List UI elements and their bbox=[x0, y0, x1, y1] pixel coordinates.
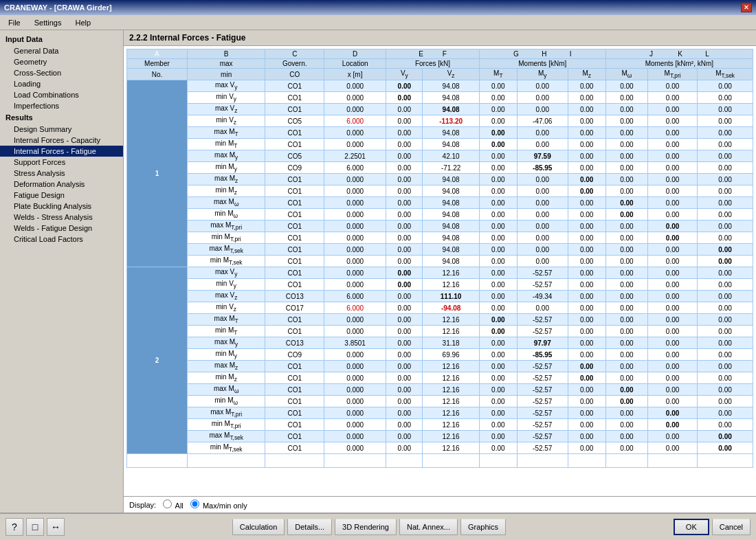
table-row: max My CO13 3.8501 0.00 31.18 0.00 97.97… bbox=[127, 337, 753, 349]
sidebar-item-design-summary[interactable]: Design Summary bbox=[0, 124, 123, 135]
th-moments-knm2: Moments [kNm², kNm] bbox=[605, 59, 753, 69]
table-row: min MT CO1 0.000 0.00 94.08 0.00 0.00 0.… bbox=[127, 139, 753, 150]
bottom-left-icons: ? □ ↔ bbox=[5, 518, 65, 536]
table-row: 1 max Vy CO1 0.000 0.00 94.08 0.00 0.00 … bbox=[127, 80, 753, 92]
table-row: max MT CO1 0.000 0.00 12.16 0.00 -52.57 … bbox=[127, 314, 753, 326]
col-header-c: C bbox=[265, 49, 324, 59]
table-container[interactable]: A B C D E F G H I J K L Member max bbox=[124, 46, 756, 496]
sidebar-item-support-forces[interactable]: Support Forces bbox=[0, 157, 123, 168]
menu-settings[interactable]: Settings bbox=[29, 17, 67, 28]
col-header-ghi: G H I bbox=[479, 49, 605, 59]
ok-button[interactable]: OK bbox=[674, 519, 709, 535]
display-maxmin-text: Max/min only bbox=[203, 502, 247, 510]
sidebar-item-internal-forces-capacity[interactable]: Internal Forces - Capacity bbox=[0, 135, 123, 146]
calculation-button[interactable]: Calculation bbox=[232, 519, 285, 535]
content-title: 2.2.2 Internal Forces - Fatigue bbox=[124, 30, 756, 46]
table-row: min Vy CO1 0.000 0.00 12.16 0.00 -52.57 … bbox=[127, 279, 753, 291]
sidebar-item-load-combinations[interactable]: Load Combinations bbox=[0, 89, 123, 100]
table-row: max Vz CO1 0.000 0.00 94.08 0.00 0.00 0.… bbox=[127, 104, 753, 115]
sidebar-item-fatigue-design[interactable]: Fatigue Design bbox=[0, 190, 123, 201]
th-mtsek: MT,sek bbox=[698, 69, 753, 80]
th-max: max bbox=[187, 59, 265, 69]
table-row: max Mz CO1 0.000 0.00 94.08 0.00 0.00 0.… bbox=[127, 174, 753, 185]
menu-bar: File Settings Help bbox=[0, 15, 756, 30]
col-header-a: A bbox=[127, 49, 188, 59]
sidebar-section-input: Input Data bbox=[0, 33, 123, 45]
menu-help[interactable]: Help bbox=[69, 17, 96, 28]
display-bar: Display: All Max/min only bbox=[124, 496, 756, 513]
main-content: Input Data General Data Geometry Cross-S… bbox=[0, 30, 756, 513]
nat-annex-button[interactable]: Nat. Annex... bbox=[399, 519, 458, 535]
table-row: min Vz CO5 6.000 0.00 -113.20 0.00 -47.0… bbox=[127, 115, 753, 127]
table-row: max MT CO1 0.000 0.00 94.08 0.00 0.00 0.… bbox=[127, 127, 753, 139]
table-row: max MT,pri CO1 0.000 0.00 12.16 0.00 -52… bbox=[127, 407, 753, 419]
col-header-jkl: J K L bbox=[605, 49, 753, 59]
table-row: max MT,sek CO1 0.000 0.00 12.16 0.00 -52… bbox=[127, 431, 753, 442]
table-row: min MT,pri CO1 0.000 0.00 12.16 0.00 -52… bbox=[127, 419, 753, 431]
table-row: max MT,sek CO1 0.000 0.00 94.08 0.00 0.0… bbox=[127, 244, 753, 256]
menu-file[interactable]: File bbox=[3, 17, 26, 28]
print-icon-button[interactable]: □ bbox=[26, 518, 44, 536]
member-num-1: 1 bbox=[127, 80, 188, 267]
graphics-button[interactable]: Graphics bbox=[460, 519, 506, 535]
th-govern: Govern. bbox=[265, 59, 324, 69]
table-row: min My CO9 0.000 0.00 69.96 0.00 -85.95 … bbox=[127, 349, 753, 361]
sidebar-item-plate-buckling[interactable]: Plate Buckling Analysis bbox=[0, 201, 123, 212]
title-bar-buttons: ✕ bbox=[741, 3, 752, 12]
th-member: Member bbox=[127, 59, 188, 69]
bottom-right-buttons: OK Cancel bbox=[674, 519, 751, 535]
3d-rendering-button[interactable]: 3D Rendering bbox=[335, 519, 397, 535]
table-row: max My CO5 2.2501 0.00 42.10 0.00 97.59 … bbox=[127, 150, 753, 162]
th-moments-knm: Moments [kNm] bbox=[479, 59, 605, 69]
help-icon-button[interactable]: ? bbox=[5, 518, 23, 536]
table-row: min Mz CO1 0.000 0.00 94.08 0.00 0.00 0.… bbox=[127, 185, 753, 197]
th-xm: x [m] bbox=[324, 69, 386, 80]
sidebar-item-welds-fatigue[interactable]: Welds - Fatigue Design bbox=[0, 223, 123, 234]
sidebar-item-internal-forces-fatigue[interactable]: Internal Forces - Fatigue bbox=[0, 146, 123, 157]
sidebar-item-critical-load-factors[interactable]: Critical Load Factors bbox=[0, 234, 123, 245]
sidebar-item-cross-section[interactable]: Cross-Section bbox=[0, 67, 123, 78]
display-all-text: All bbox=[175, 502, 184, 510]
th-co: CO bbox=[265, 69, 324, 80]
table-row: max Mω CO1 0.000 0.00 94.08 0.00 0.00 0.… bbox=[127, 197, 753, 209]
display-all-radio[interactable] bbox=[163, 499, 172, 508]
display-all-label[interactable]: All bbox=[162, 499, 184, 510]
content-panel: 2.2.2 Internal Forces - Fatigue A B C D … bbox=[124, 30, 756, 513]
col-header-d: D bbox=[324, 49, 386, 59]
table-row: min MT,sek CO1 0.000 0.00 12.16 0.00 -52… bbox=[127, 442, 753, 454]
cancel-button[interactable]: Cancel bbox=[712, 519, 751, 535]
th-mw: Mω bbox=[605, 69, 647, 80]
close-button[interactable]: ✕ bbox=[741, 3, 752, 12]
table-row: min Mω CO1 0.000 0.00 94.08 0.00 0.00 0.… bbox=[127, 209, 753, 221]
th-no: No. bbox=[127, 69, 188, 80]
display-label: Display: bbox=[129, 501, 156, 509]
window-title: CRANEWAY - [CRAWA Girder] bbox=[4, 3, 112, 12]
table-row: min Mz CO1 0.000 0.00 12.16 0.00 -52.57 … bbox=[127, 372, 753, 384]
th-forces: Forces [kN] bbox=[386, 59, 480, 69]
table-row: max Mω CO1 0.000 0.00 12.16 0.00 -52.57 … bbox=[127, 384, 753, 396]
empty-row bbox=[127, 454, 753, 468]
sidebar-item-general-data[interactable]: General Data bbox=[0, 45, 123, 56]
export-icon-button[interactable]: ↔ bbox=[47, 518, 65, 536]
sidebar: Input Data General Data Geometry Cross-S… bbox=[0, 30, 124, 513]
details-button[interactable]: Details... bbox=[287, 519, 332, 535]
col-header-ef: E F bbox=[386, 49, 480, 59]
sidebar-item-loading[interactable]: Loading bbox=[0, 78, 123, 89]
table-row: min Vy CO1 0.000 0.00 94.08 0.00 0.00 0.… bbox=[127, 92, 753, 104]
table-row: max Vz CO13 6.000 0.00 111.10 0.00 -49.3… bbox=[127, 291, 753, 302]
th-mtpri: MT,pri bbox=[648, 69, 698, 80]
data-table: A B C D E F G H I J K L Member max bbox=[126, 49, 753, 468]
sidebar-item-geometry[interactable]: Geometry bbox=[0, 56, 123, 67]
title-bar: CRANEWAY - [CRAWA Girder] ✕ bbox=[0, 0, 756, 15]
table-row: min MT,pri CO1 0.000 0.00 94.08 0.00 0.0… bbox=[127, 232, 753, 244]
sidebar-item-deformation-analysis[interactable]: Deformation Analysis bbox=[0, 179, 123, 190]
display-maxmin-radio[interactable] bbox=[190, 499, 199, 508]
th-mz: Mz bbox=[568, 69, 605, 80]
sidebar-item-stress-analysis[interactable]: Stress Analysis bbox=[0, 168, 123, 179]
table-row: min Mω CO1 0.000 0.00 12.16 0.00 -52.57 … bbox=[127, 396, 753, 407]
sidebar-item-imperfections[interactable]: Imperfections bbox=[0, 100, 123, 111]
display-maxmin-label[interactable]: Max/min only bbox=[189, 499, 247, 510]
col-header-b: B bbox=[187, 49, 265, 59]
member-num-2: 2 bbox=[127, 267, 188, 454]
sidebar-item-welds-stress[interactable]: Welds - Stress Analysis bbox=[0, 212, 123, 223]
